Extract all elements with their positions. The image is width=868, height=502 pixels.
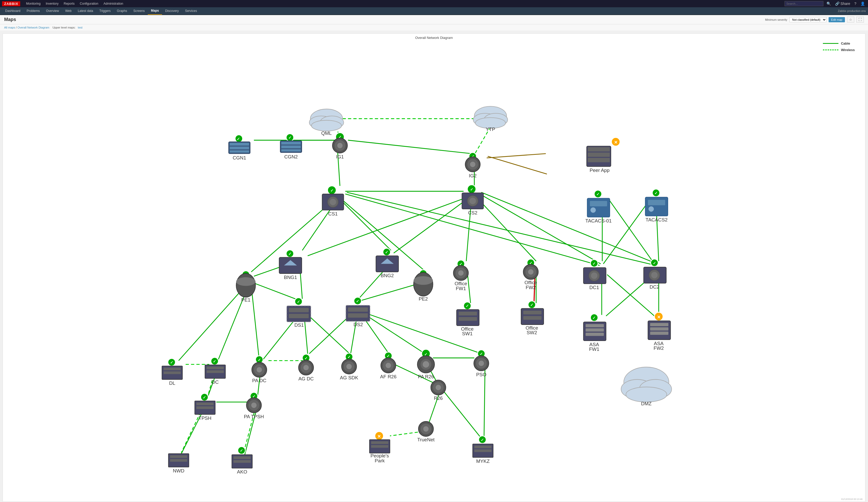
node-ASAFW1[interactable]: ✓ ASA FW1 <box>583 314 606 352</box>
user-icon[interactable]: 👤 <box>859 2 866 6</box>
svg-point-106 <box>470 162 475 167</box>
node-PE2[interactable]: ✓ PE2 <box>414 270 433 301</box>
node-CS1[interactable]: ✓ CS1 <box>322 186 344 216</box>
node-IG2[interactable]: ✓ IG2 <box>465 153 480 178</box>
svg-point-183 <box>651 272 658 278</box>
tab-services[interactable]: Services <box>182 7 200 15</box>
svg-rect-92 <box>281 142 301 144</box>
svg-rect-214 <box>586 324 604 327</box>
node-Peoplespark[interactable]: ✕ People's Park <box>370 431 390 463</box>
node-CGN1[interactable]: ✓ CGN1 <box>229 135 250 161</box>
upper-level-link[interactable]: test <box>78 26 82 29</box>
tab-triggers[interactable]: Triggers <box>96 7 114 15</box>
svg-text:DS2: DS2 <box>353 322 363 327</box>
node-DMZ[interactable]: DMZ <box>621 367 672 406</box>
node-OfficeSW2[interactable]: ✓ Office SW2 <box>521 301 544 336</box>
help-icon[interactable]: ? <box>853 2 857 6</box>
svg-rect-208 <box>523 316 541 320</box>
node-DS1[interactable]: ✓ DS1 <box>287 298 311 328</box>
svg-line-3 <box>348 140 472 154</box>
node-OfficeFW1[interactable]: ✓ Office FW1 <box>453 260 468 291</box>
node-DC[interactable]: ✓ DC <box>205 357 226 385</box>
node-PSO[interactable]: ✓ PSO <box>474 350 489 377</box>
node-NWD[interactable]: NWD <box>168 453 189 473</box>
share-icon[interactable]: 🔗 Share <box>834 2 851 6</box>
node-MYKZ[interactable]: ✓ MYKZ <box>473 436 493 464</box>
nav-configuration[interactable]: Configuration <box>77 0 101 7</box>
svg-text:TrueNet: TrueNet <box>417 437 435 442</box>
nav-reports[interactable]: Reports <box>61 0 77 7</box>
tab-web[interactable]: Web <box>62 7 74 15</box>
svg-text:✓: ✓ <box>213 359 216 363</box>
svg-line-13 <box>476 196 536 261</box>
node-DC1[interactable]: ✓ DC1 <box>583 259 606 290</box>
svg-rect-94 <box>281 149 301 152</box>
node-DL[interactable]: ✓ DL <box>162 358 183 386</box>
node-AGSDK[interactable]: ✓ AG SDK <box>340 353 358 381</box>
wireless-label: Wireless <box>841 48 855 52</box>
svg-line-33 <box>179 285 246 360</box>
tab-problems[interactable]: Problems <box>23 7 43 15</box>
svg-rect-93 <box>281 145 301 148</box>
svg-rect-222 <box>650 323 669 326</box>
svg-text:BNG1: BNG1 <box>284 275 297 280</box>
svg-point-157 <box>414 276 433 285</box>
nav-administration[interactable]: Administration <box>101 0 126 7</box>
node-AGDC[interactable]: ✓ AG DC <box>298 354 314 382</box>
svg-point-170 <box>528 269 534 275</box>
wireless-line-icon <box>823 50 838 50</box>
node-OfficeSW1[interactable]: ✓ Office SW1 <box>456 302 479 337</box>
node-PATPSH[interactable]: ✓ PA TPSH <box>244 392 264 419</box>
svg-text:QML: QML <box>321 131 332 136</box>
svg-text:YTP: YTP <box>486 126 495 132</box>
search-icon[interactable]: 🔍 <box>826 2 832 6</box>
node-ASAFW2[interactable]: ✕ ASA FW2 <box>648 312 670 351</box>
node-R26[interactable]: R26 <box>431 380 446 401</box>
tab-maps[interactable]: Maps <box>148 7 162 15</box>
tab-screens[interactable]: Screens <box>130 7 148 15</box>
svg-text:FW1: FW1 <box>456 286 466 291</box>
node-AFR26[interactable]: ✓ AF R26 <box>380 352 396 380</box>
nav-inventory[interactable]: Inventory <box>43 0 61 7</box>
svg-rect-215 <box>586 328 604 331</box>
node-AKO[interactable]: ✓ AKO <box>232 447 252 475</box>
node-TACACS2[interactable]: ✓ TACACS2 <box>645 189 668 222</box>
node-PeerApp[interactable]: ✕ Peer App <box>587 137 620 173</box>
node-PADC[interactable]: ✓ PA DC <box>252 356 267 383</box>
tab-dashboard[interactable]: Dashboard <box>2 7 23 15</box>
svg-rect-201 <box>459 317 477 321</box>
tab-discovery[interactable]: Discovery <box>162 7 182 15</box>
all-maps-link[interactable]: All maps <box>4 26 15 29</box>
node-BNG1[interactable]: ✓ BNG1 <box>279 250 302 280</box>
favorite-button[interactable]: ☆ <box>847 17 854 22</box>
node-CGN2[interactable]: ✓ CGN2 <box>280 134 302 160</box>
svg-text:AG SDK: AG SDK <box>340 375 358 380</box>
node-TACACS01[interactable]: ✓ TACACS-01 <box>586 190 612 223</box>
edit-map-button[interactable]: Edit map <box>829 17 845 22</box>
node-TPSH[interactable]: ✓ TPSH <box>195 393 215 421</box>
node-TrueNet[interactable]: TrueNet <box>417 421 435 442</box>
tab-graphs[interactable]: Graphs <box>114 7 130 15</box>
svg-text:BNG2: BNG2 <box>381 273 394 278</box>
node-DS2[interactable]: ✓ DS2 <box>346 297 370 327</box>
zabbix-logo[interactable]: ZABBIX <box>2 1 20 6</box>
svg-point-255 <box>347 364 352 369</box>
node-CS2[interactable]: ✓ CS2 <box>462 185 484 215</box>
svg-text:✓: ✓ <box>203 396 206 400</box>
node-QML[interactable]: QML <box>309 109 344 136</box>
nav-monitoring[interactable]: Monitoring <box>23 0 43 7</box>
search-input[interactable] <box>785 1 824 6</box>
node-PAR26[interactable]: ✓ PA R26 <box>417 349 435 379</box>
current-map-link[interactable]: Overall Network Diagram <box>17 26 49 29</box>
tab-overview[interactable]: Overview <box>43 7 62 15</box>
svg-rect-304 <box>170 459 187 462</box>
tab-latest-data[interactable]: Latest data <box>75 7 96 15</box>
severity-select[interactable]: Not classified (default) <box>789 17 827 22</box>
node-BNG2[interactable]: ✓ BNG2 <box>376 248 399 278</box>
svg-text:DL: DL <box>169 380 175 386</box>
breadcrumb: All maps / Overall Network Diagram Upper… <box>0 24 868 31</box>
node-IG1[interactable]: ✓ IG1 <box>332 133 348 160</box>
svg-text:PSO: PSO <box>476 372 486 377</box>
node-YTP[interactable]: YTP <box>473 106 508 132</box>
fullscreen-button[interactable]: ⛶ <box>856 17 864 22</box>
